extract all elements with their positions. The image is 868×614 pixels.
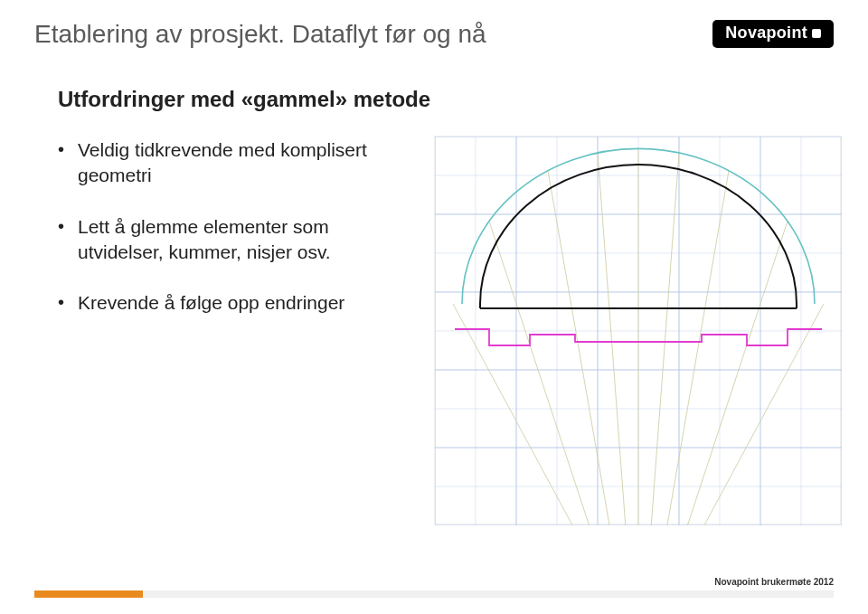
- footer-bar-accent: [34, 590, 143, 598]
- bullet-item: Veldig tidkrevende med komplisert geomet…: [58, 137, 410, 189]
- svg-line-29: [675, 222, 788, 525]
- logo-text: Novapoint: [725, 24, 807, 43]
- bullet-list: Veldig tidkrevende med komplisert geomet…: [58, 137, 410, 342]
- tunnel-diagram: [434, 136, 841, 524]
- novapoint-logo: Novapoint: [712, 20, 834, 48]
- slide-subtitle: Utfordringer med «gammel» metode: [58, 87, 430, 112]
- tunnel-svg: [435, 137, 842, 525]
- footer-bar: [34, 590, 834, 598]
- svg-line-30: [684, 304, 824, 525]
- svg-line-25: [598, 153, 628, 525]
- header: Etablering av prosjekt. Dataflyt før og …: [34, 20, 834, 49]
- logo-dot-icon: [812, 29, 821, 38]
- svg-line-24: [548, 171, 616, 525]
- svg-line-23: [489, 222, 601, 525]
- bullet-item: Krevende å følge opp endringer: [58, 290, 410, 316]
- svg-line-22: [453, 304, 592, 525]
- bullet-item: Lett å glemme elementer som utvidelser, …: [58, 214, 410, 266]
- slide: Etablering av prosjekt. Dataflyt før og …: [0, 0, 868, 614]
- slide-title: Etablering av prosjekt. Dataflyt før og …: [34, 20, 486, 49]
- svg-line-27: [648, 153, 679, 525]
- footer-text: Novapoint brukermøte 2012: [714, 577, 834, 587]
- svg-line-28: [661, 171, 729, 525]
